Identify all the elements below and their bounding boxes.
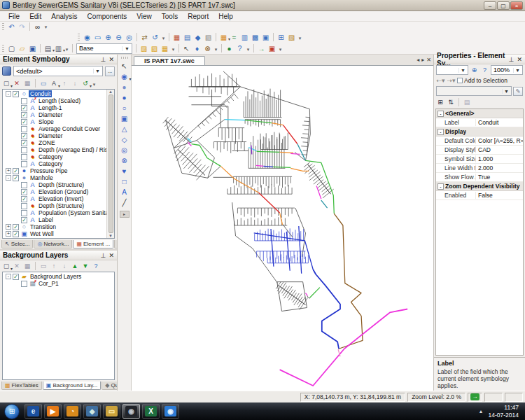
tree-item-label[interactable]: Manhole (29, 174, 55, 181)
scenario-combo[interactable]: Base▼ (76, 43, 132, 54)
scenarios-button[interactable]: ▨ (139, 43, 149, 53)
zoom-window-button[interactable]: ▭ (92, 32, 103, 42)
tree-checkbox[interactable]: ✓ (13, 238, 19, 239)
tree-item-label[interactable]: Population (System Sanitary) (37, 209, 106, 216)
flextables-button[interactable]: ▦▾ (218, 32, 229, 42)
tree-item-label[interactable]: Slope (37, 118, 55, 125)
property-row[interactable]: Default ColorColor [A=255, R=182, (436, 136, 523, 146)
toolbar-overflow-icon[interactable]: ▾ (91, 82, 97, 89)
help-button[interactable]: ? (234, 43, 245, 53)
pan-button[interactable]: ⇄ (139, 32, 150, 42)
catch-basin-tool[interactable]: ● (119, 92, 130, 103)
taskbar-excel[interactable]: X (142, 404, 160, 419)
zoom-out-button[interactable]: ⊖ (113, 32, 124, 42)
tree-item-label[interactable]: Depth (Average End) / Rise (37, 146, 106, 153)
tree-item[interactable]: ●Average Conduit Cover (3, 125, 106, 132)
tree-checkbox[interactable]: ✓ (13, 231, 19, 237)
scroll-down-icon[interactable]: ▼ (108, 234, 113, 238)
contours-button[interactable]: ▩ (250, 32, 260, 42)
tree-item-label[interactable]: Outfall (29, 237, 49, 238)
tree-checkbox[interactable] (21, 182, 27, 188)
tree-item-label[interactable]: Length (Scaled) (37, 97, 82, 104)
tree-item-label[interactable]: Category (37, 153, 64, 160)
network-navigator-button[interactable]: ◆ (192, 32, 203, 42)
maximize-button[interactable]: ▢ (497, 1, 510, 10)
tree-item-label[interactable]: Diameter (37, 132, 64, 139)
layers-help-button[interactable]: ? (91, 262, 101, 271)
symbology-more-button[interactable]: ... (105, 66, 115, 76)
previous-element-button[interactable]: ⇠▾ (436, 76, 445, 85)
open-button[interactable]: ▱ (17, 43, 27, 53)
categorized-button[interactable]: ⊞ (435, 98, 445, 107)
tree-expander[interactable]: + (6, 168, 11, 174)
text-tool[interactable]: A (119, 187, 130, 197)
tree-item[interactable]: +✓▣Wet Well (3, 230, 106, 237)
element-search-combo[interactable]: ▼ (436, 65, 468, 75)
find-button[interactable]: ∞ (32, 22, 43, 31)
tree-item-label[interactable]: Conduit (29, 90, 52, 97)
tree-item[interactable]: ✓AElevation (Invert) (3, 195, 106, 202)
validate-button[interactable]: → (256, 43, 267, 53)
select-elements-button[interactable]: ↖ (181, 43, 192, 53)
new-layer-button[interactable]: ▢▾ (1, 262, 11, 271)
symbology-tree-scrollbar[interactable]: ▲ ▼ (106, 90, 114, 238)
taskbar-file-manager[interactable]: ▭ (103, 404, 120, 419)
start-button[interactable]: ⊞ (4, 404, 20, 419)
tab-common[interactable]: ▤Co... (114, 240, 117, 248)
tree-item-label[interactable]: Label (37, 216, 55, 223)
tree-item[interactable]: ACategory (3, 160, 106, 167)
tree-checkbox[interactable] (21, 161, 27, 167)
profiles-button[interactable]: ▥ (239, 32, 250, 42)
catchment-tool[interactable]: ♥ (119, 166, 130, 176)
property-category-row[interactable]: -Display (436, 127, 523, 136)
property-value[interactable]: True (475, 174, 523, 181)
tree-checkbox[interactable] (21, 154, 27, 160)
tab-flextables[interactable]: ▦FlexTables (1, 382, 42, 390)
minimize-button[interactable]: – (484, 1, 496, 10)
menu-report[interactable]: Report (183, 11, 214, 21)
symbology-definition-combo[interactable]: <default> ▼ (13, 66, 103, 76)
tab-scroll-right-icon[interactable]: ▸ (421, 57, 424, 63)
tree-expander[interactable]: - (6, 91, 11, 97)
transition-tool[interactable]: ○ (119, 103, 130, 113)
edit-layer-button[interactable]: ▭ (38, 262, 48, 271)
property-value[interactable]: 2.000 (475, 164, 523, 172)
tree-checkbox[interactable]: ✓ (21, 196, 27, 202)
tree-checkbox[interactable]: ✓ (21, 119, 27, 125)
line-tool[interactable]: ╱ (119, 197, 130, 208)
tab-queries[interactable]: ◆Queries (102, 382, 117, 390)
hidden-icons-button[interactable]: ▲ (479, 409, 484, 414)
tree-checkbox[interactable] (21, 210, 27, 216)
taskbar-clock[interactable]: 11:47 14-07-2014 (489, 404, 524, 419)
tree-item[interactable]: ●Depth (Average End) / Rise (3, 146, 106, 153)
tree-item[interactable]: ✓●ZONE (3, 139, 106, 146)
scrollbar-thumb[interactable] (108, 94, 113, 233)
tab-scroll-left-icon[interactable]: ◂ (416, 57, 419, 63)
tree-item[interactable]: ✓ADiameter (3, 111, 106, 118)
menu-view[interactable]: View (132, 11, 157, 21)
tree-checkbox[interactable]: ✓ (13, 274, 19, 280)
tree-expander[interactable]: - (6, 274, 11, 279)
find-element-icon[interactable]: ⊕ (470, 66, 479, 74)
tree-item[interactable]: +✓●Pressure Pipe (3, 167, 106, 174)
valve-tool[interactable]: ⊗ (119, 155, 130, 166)
collapse-icon[interactable]: - (438, 183, 444, 190)
alternatives-button[interactable]: ▧ (149, 43, 160, 53)
menu-components[interactable]: Components (83, 11, 132, 21)
next-element-button[interactable]: ⇢▾ (447, 76, 456, 85)
property-row[interactable]: Show Flow ArroTrue (436, 173, 523, 182)
tree-checkbox[interactable]: ✓ (21, 140, 27, 146)
pin-icon[interactable]: ⊥ (101, 252, 106, 259)
notifications-button[interactable]: ▣ (267, 43, 277, 53)
refresh-symbology-button[interactable]: ↺▾ (80, 79, 90, 88)
save-button[interactable]: ▣ (27, 43, 38, 53)
zoom-extents-button[interactable]: ◉ (82, 32, 92, 42)
tree-expander[interactable]: - (6, 175, 11, 181)
taskbar-sewergems[interactable]: ◉ (122, 404, 140, 419)
prototypes-button[interactable]: ♦ (192, 43, 202, 53)
taskbar-cad-app[interactable]: ◆ (83, 404, 101, 419)
background-layers-view-button[interactable]: ▤ (182, 32, 192, 42)
tree-item-label[interactable]: Length-1 (37, 104, 64, 111)
property-value[interactable]: Conduit (475, 119, 523, 126)
tree-item-label[interactable]: ZONE (37, 139, 57, 146)
